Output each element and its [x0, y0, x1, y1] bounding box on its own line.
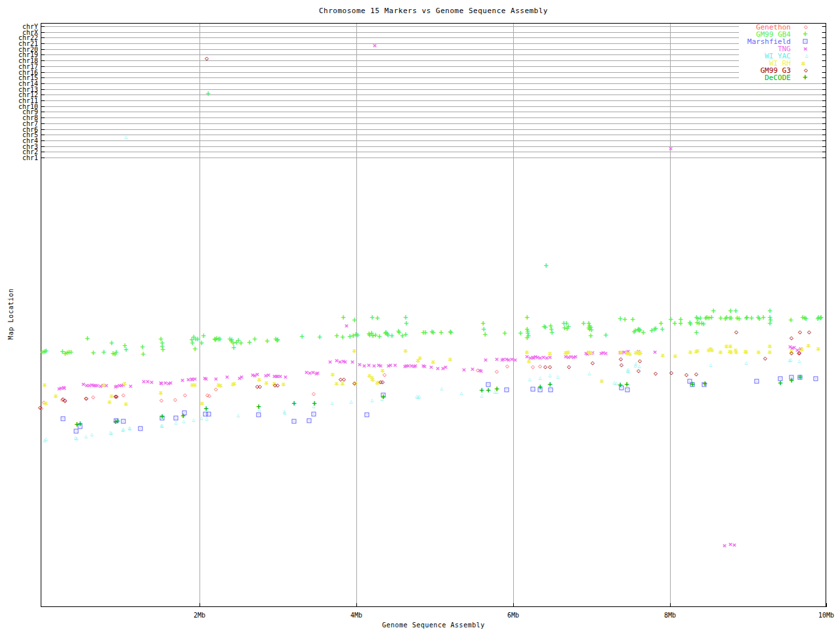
data-point-wi-rh: ×+: [598, 377, 605, 384]
data-point-tng: ×: [513, 356, 518, 364]
data-point-tng: ×: [462, 366, 467, 373]
right-tick-chr20: [822, 49, 826, 50]
legend-marker-triangle: △: [805, 53, 808, 58]
data-point-gm99-g3: ◇: [38, 404, 42, 411]
data-point-marshfield: [531, 387, 536, 392]
data-point-wi-yac: △: [745, 360, 748, 366]
chart-title: Chromosome 15 Markers vs Genome Sequence…: [41, 7, 826, 15]
right-tick-chr10: [822, 106, 826, 107]
data-point-gm99-g3: ◇: [84, 395, 88, 402]
data-point-wi-rh: ×+: [263, 379, 270, 386]
data-point-decode: +: [547, 381, 552, 388]
data-point-gm99-g3: ◇: [591, 360, 595, 366]
right-tick-chr7: [822, 123, 826, 124]
x-tick-label: 10Mb: [818, 612, 834, 619]
legend-label: DeCODE: [765, 74, 791, 81]
data-point-decode: +: [312, 400, 316, 408]
data-point-wi-rh: ×+: [280, 381, 287, 387]
data-point-gm99-g3: ◇: [798, 329, 802, 335]
left-tick-chr1: [41, 158, 45, 158]
data-point-gm99-gb4: +: [369, 314, 374, 322]
data-point-wi-rh: ×+: [565, 348, 572, 355]
right-tick-chr2: [822, 152, 826, 152]
x-tick-4Mb: [356, 603, 357, 607]
data-point-gm99-gb4: +: [355, 331, 360, 339]
data-point-tng: ×: [328, 358, 333, 366]
right-tick-chr16: [822, 72, 826, 73]
chromosome-row-label: chr1: [0, 155, 38, 161]
data-point-wi-rh: ×+: [588, 349, 595, 356]
data-point-tng: ×: [732, 541, 737, 549]
x-axis-label: Genome Sequence Assembly: [41, 621, 826, 629]
data-point-wi-rh: ×+: [379, 367, 386, 373]
data-point-genethon: ◇: [159, 397, 163, 404]
data-point-marshfield: [505, 388, 509, 392]
data-point-wi-yac: △: [129, 426, 132, 431]
data-point-wi-yac: △: [627, 369, 631, 374]
data-point-decode: +: [479, 387, 484, 394]
data-point-wi-rh: ×+: [121, 380, 128, 387]
data-point-gm99-gb4: +: [114, 348, 118, 356]
data-point-wi-rh: ×+: [351, 347, 358, 354]
data-point-wi-yac: △: [205, 416, 209, 421]
data-point-tng: ×: [471, 366, 475, 373]
data-point-wi-rh: ×+: [618, 348, 624, 355]
data-point-gm99-gb4: +: [761, 314, 765, 322]
data-point-marshfield: [61, 417, 66, 421]
x-tick-label: 2Mb: [194, 612, 205, 619]
data-point-marshfield: [814, 377, 818, 381]
data-point-tng: ×: [225, 373, 230, 381]
data-point-tng: ×: [669, 145, 673, 152]
data-point-wi-rh: ×+: [430, 358, 436, 365]
data-point-tng: ×: [278, 373, 283, 380]
data-point-wi-rh: ×+: [755, 348, 762, 355]
data-point-gm99-g3: ◇: [543, 364, 547, 370]
legend-marker-square: [803, 39, 808, 44]
right-tick-chr18: [822, 60, 826, 61]
data-point-gm99-gb4: +: [201, 332, 205, 340]
data-point-gm99-gb4: +: [678, 320, 682, 327]
data-point-gm99-g3: ◇: [114, 393, 118, 400]
data-point-wi-rh: ×+: [547, 350, 553, 356]
data-point-wi-yac: △: [539, 375, 542, 381]
data-point-gm99-gb4: +: [736, 315, 741, 323]
x-tick-8Mb: [670, 603, 671, 607]
left-tick-chrY: [41, 26, 45, 27]
data-point-marshfield: [365, 413, 369, 417]
data-point-gm99-g3: ◇: [789, 335, 793, 341]
data-point-gm99-gb4: +: [205, 90, 210, 98]
data-point-marshfield: [312, 412, 316, 417]
data-point-tng: ×: [372, 362, 377, 369]
data-point-genethon: ◇: [538, 363, 542, 369]
data-point-tng: ×: [240, 373, 244, 381]
data-point-gm99-gb4: +: [438, 329, 443, 337]
data-point-gm99-g3: ◇: [763, 355, 767, 362]
right-tick-chr9: [822, 112, 826, 112]
data-point-marshfield: [121, 419, 126, 424]
data-point-gm99-gb4: +: [85, 335, 89, 343]
right-tick-chr22: [822, 37, 826, 38]
data-point-gm99-gb4: +: [524, 334, 529, 342]
data-point-wi-yac: △: [789, 357, 793, 362]
data-point-tng: ×: [362, 362, 367, 369]
data-point-gm99-gb4: +: [818, 314, 823, 322]
data-point-wi-yac: △: [418, 394, 421, 399]
data-point-wi-yac: △: [110, 430, 114, 436]
data-point-gm99-gb4: +: [448, 329, 453, 337]
left-tick-chr16: [41, 72, 45, 73]
right-tick-chr12: [822, 94, 826, 95]
data-point-wi-rh: ×+: [231, 380, 238, 387]
data-point-wi-rh: ×+: [192, 381, 198, 388]
data-point-gm99-gb4: +: [502, 329, 507, 337]
data-point-wi-rh: ×+: [743, 348, 749, 355]
data-point-decode: +: [115, 417, 119, 425]
data-point-gm99-gb4: +: [694, 329, 698, 337]
data-point-marshfield: [138, 427, 143, 431]
data-point-gm99-gb4: +: [640, 329, 645, 337]
data-point-genethon: ◇: [531, 364, 535, 370]
data-point-wi-yac: △: [549, 373, 552, 378]
data-point-wi-yac: △: [350, 399, 353, 404]
data-point-gm99-gb4: +: [803, 315, 808, 323]
data-point-wi-yac: △: [331, 400, 334, 406]
left-tick-chr10: [41, 106, 45, 107]
